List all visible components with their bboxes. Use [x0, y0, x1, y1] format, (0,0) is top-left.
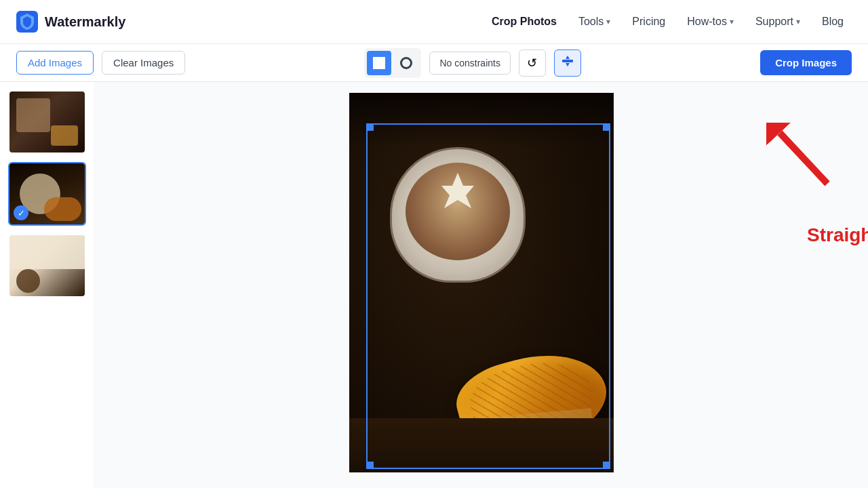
crop-handle-bottom-left[interactable] [367, 462, 374, 468]
svg-rect-1 [562, 60, 573, 62]
square-shape-button[interactable] [367, 51, 391, 75]
crop-images-button[interactable]: Crop Images [760, 50, 852, 75]
straighten-icon [561, 54, 574, 71]
nav-crop-photos[interactable]: Crop Photos [484, 10, 565, 33]
thumbnail-2[interactable]: ✓ [8, 162, 86, 226]
shape-tools [364, 48, 421, 78]
nav-howtos[interactable]: How-tos ▾ [679, 10, 742, 33]
main-content: ✓ [0, 82, 868, 488]
crop-handle-bottom-right[interactable] [603, 462, 610, 468]
svg-marker-3 [566, 63, 570, 66]
red-arrow-icon [766, 123, 841, 197]
nav-blog[interactable]: Blog [814, 10, 852, 33]
no-constraints-button[interactable]: No constraints [429, 52, 510, 75]
nav-pricing[interactable]: Pricing [624, 10, 673, 33]
annotation-text: Straighten a horizon [807, 224, 868, 246]
sidebar: ✓ [0, 82, 95, 488]
main-photo [349, 93, 614, 472]
nav-support[interactable]: Support ▾ [747, 10, 808, 33]
thumbnail-3[interactable] [8, 234, 86, 298]
coffee-scene [349, 93, 614, 472]
thumbnail-1[interactable] [8, 90, 86, 154]
thumbnail-selected-check: ✓ [14, 205, 28, 220]
tools-chevron-icon: ▾ [606, 17, 610, 26]
svg-line-5 [780, 133, 827, 184]
crop-overlay[interactable] [366, 123, 610, 469]
logo-text: Watermarkly [45, 14, 125, 30]
straighten-button[interactable] [554, 49, 581, 77]
thumbnail-image-1 [9, 92, 85, 152]
reset-button[interactable]: ↺ [519, 49, 546, 77]
crop-handle-top-left[interactable] [367, 124, 374, 131]
reset-icon: ↺ [527, 56, 537, 70]
support-chevron-icon: ▾ [796, 17, 800, 26]
logo-area: Watermarkly [16, 11, 125, 33]
circle-shape-button[interactable] [394, 51, 418, 75]
crop-handle-top-right[interactable] [603, 124, 610, 131]
clear-images-button[interactable]: Clear Images [102, 51, 185, 75]
add-images-button[interactable]: Add Images [16, 51, 94, 75]
canvas-area: Straighten a horizon [95, 82, 868, 488]
howtos-chevron-icon: ▾ [730, 17, 734, 26]
nav-links: Crop Photos Tools ▾ Pricing How-tos ▾ Su… [484, 10, 852, 33]
navbar: Watermarkly Crop Photos Tools ▾ Pricing … [0, 0, 868, 44]
nav-tools[interactable]: Tools ▾ [570, 10, 618, 33]
thumbnail-image-3 [9, 235, 85, 296]
toolbar: Add Images Clear Images No constraints ↺… [0, 44, 868, 82]
circle-icon [400, 57, 412, 69]
image-container [349, 93, 614, 472]
svg-marker-2 [566, 56, 570, 59]
square-icon [373, 57, 385, 69]
logo-icon [16, 11, 38, 33]
